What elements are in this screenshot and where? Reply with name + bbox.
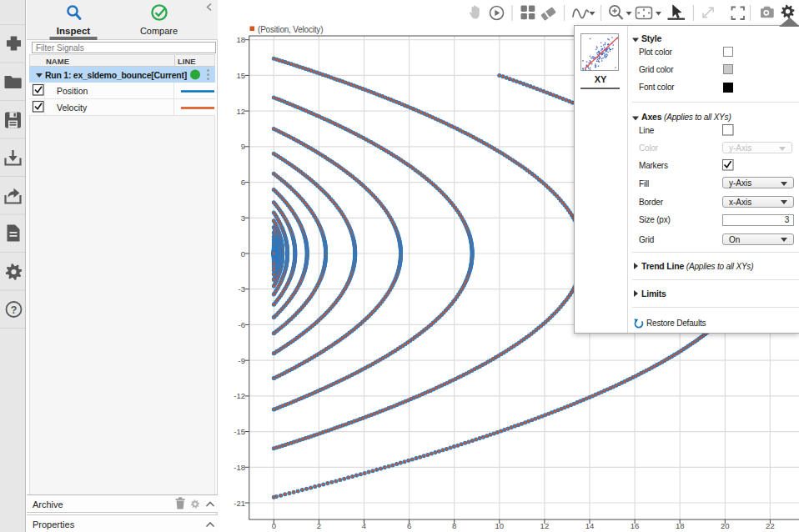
svg-text:(Position, Velocity): (Position, Velocity) [258, 25, 323, 34]
svg-text:-21: -21 [234, 499, 245, 508]
svg-text:4: 4 [362, 521, 366, 530]
svg-text:20: 20 [721, 521, 730, 530]
svg-text:18: 18 [676, 521, 685, 530]
svg-text:-9: -9 [239, 356, 245, 365]
svg-text:2: 2 [317, 521, 321, 530]
svg-text:-6: -6 [239, 320, 245, 329]
svg-text:-18: -18 [234, 463, 245, 472]
svg-text:16: 16 [631, 521, 640, 530]
svg-text:15: 15 [236, 71, 245, 80]
svg-text:?: ? [11, 304, 18, 316]
svg-text:-12: -12 [234, 391, 245, 400]
svg-text:Compare: Compare [140, 26, 178, 36]
svg-text:22: 22 [766, 521, 775, 530]
svg-text:6: 6 [407, 521, 411, 530]
svg-text:0: 0 [272, 521, 276, 530]
svg-text:Inspect: Inspect [57, 26, 90, 36]
svg-text:10: 10 [495, 521, 505, 530]
svg-text:12: 12 [540, 521, 550, 530]
svg-text:9: 9 [241, 142, 245, 151]
svg-text:3: 3 [241, 213, 245, 223]
svg-text:-15: -15 [234, 427, 245, 436]
svg-text:12: 12 [236, 107, 245, 116]
svg-text:0: 0 [241, 249, 245, 258]
svg-text:-3: -3 [239, 284, 245, 294]
svg-text:6: 6 [241, 178, 245, 187]
svg-text:18: 18 [236, 35, 245, 44]
svg-text:8: 8 [452, 521, 456, 530]
svg-text:14: 14 [585, 521, 595, 530]
